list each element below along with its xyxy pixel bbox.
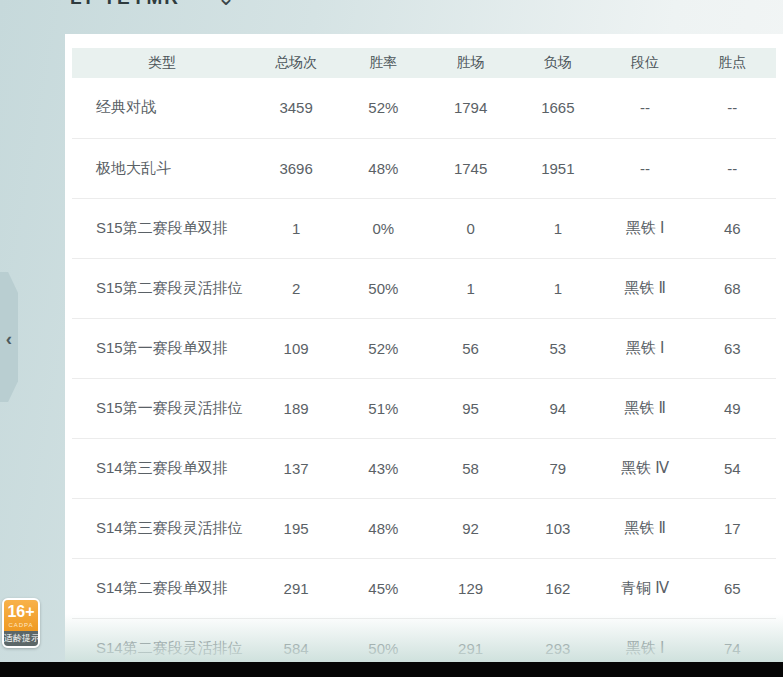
cell-wins: 92 <box>427 498 514 558</box>
cell-total: 137 <box>253 438 340 498</box>
table-row: S14第三赛段单双排13743%5879黑铁 Ⅳ54 <box>72 438 776 498</box>
cell-points: -- <box>689 138 776 198</box>
cell-type: S15第二赛段灵活排位 <box>72 258 253 318</box>
cell-tier: 黑铁 Ⅱ <box>601 258 688 318</box>
cell-points: 63 <box>689 318 776 378</box>
cell-winrate: 48% <box>340 498 427 558</box>
age-rating-org: CADPA <box>4 621 38 629</box>
cell-winrate: 51% <box>340 378 427 438</box>
cell-total: 3696 <box>253 138 340 198</box>
cell-points: 68 <box>689 258 776 318</box>
cell-wins: 58 <box>427 438 514 498</box>
bottom-black-bar <box>0 662 783 677</box>
cell-points: 46 <box>689 198 776 258</box>
table-row: 经典对战345952%17941665---- <box>72 78 776 138</box>
cell-winrate: 45% <box>340 558 427 618</box>
col-header-winrate: 胜率 <box>340 48 427 78</box>
cell-losses: 79 <box>514 438 601 498</box>
age-rating-label: 适龄提示 <box>4 631 38 646</box>
cell-total: 2 <box>253 258 340 318</box>
age-rating-badge[interactable]: 16+ CADPA 适龄提示 <box>2 598 40 648</box>
cell-losses: 103 <box>514 498 601 558</box>
col-header-wins: 胜场 <box>427 48 514 78</box>
col-header-total: 总场次 <box>253 48 340 78</box>
cell-type: 经典对战 <box>72 78 253 138</box>
cell-tier: 黑铁 Ⅳ <box>601 438 688 498</box>
cell-winrate: 48% <box>340 138 427 198</box>
stats-table-body: 经典对战345952%17941665----极地大乱斗369648%17451… <box>72 78 776 677</box>
dropdown-caret-icon[interactable]: ⌄ <box>210 0 242 13</box>
page-background: LY TEYMR ⌄ ‹ 类型 总场次 胜率 胜场 负场 段位 胜点 <box>0 0 783 677</box>
cell-losses: 162 <box>514 558 601 618</box>
cell-total: 109 <box>253 318 340 378</box>
cell-wins: 56 <box>427 318 514 378</box>
table-row: S15第一赛段灵活排位18951%9594黑铁 Ⅱ49 <box>72 378 776 438</box>
table-row: S15第二赛段单双排10%01黑铁 Ⅰ46 <box>72 198 776 258</box>
cell-losses: 1 <box>514 258 601 318</box>
cell-points: -- <box>689 78 776 138</box>
cell-losses: 1951 <box>514 138 601 198</box>
cell-wins: 1 <box>427 258 514 318</box>
cell-winrate: 0% <box>340 198 427 258</box>
cell-wins: 0 <box>427 198 514 258</box>
table-row: 极地大乱斗369648%17451951---- <box>72 138 776 198</box>
cell-total: 195 <box>253 498 340 558</box>
cell-points: 49 <box>689 378 776 438</box>
col-header-losses: 负场 <box>514 48 601 78</box>
table-row: S14第二赛段单双排29145%129162青铜 Ⅳ65 <box>72 558 776 618</box>
cell-type: S15第一赛段灵活排位 <box>72 378 253 438</box>
cell-losses: 53 <box>514 318 601 378</box>
cell-tier: 黑铁 Ⅰ <box>601 198 688 258</box>
cell-winrate: 50% <box>340 258 427 318</box>
stats-table: 类型 总场次 胜率 胜场 负场 段位 胜点 经典对战345952%1794166… <box>72 48 776 677</box>
cell-wins: 129 <box>427 558 514 618</box>
cell-points: 65 <box>689 558 776 618</box>
truncated-page-title-text: LY TEYMR <box>70 0 220 9</box>
col-header-tier: 段位 <box>601 48 688 78</box>
cell-wins: 1794 <box>427 78 514 138</box>
cell-type: S15第一赛段单双排 <box>72 318 253 378</box>
cell-type: S14第二赛段单双排 <box>72 558 253 618</box>
stats-card: 类型 总场次 胜率 胜场 负场 段位 胜点 经典对战345952%1794166… <box>65 34 783 662</box>
cell-total: 3459 <box>253 78 340 138</box>
cell-tier: -- <box>601 78 688 138</box>
cell-winrate: 52% <box>340 318 427 378</box>
col-header-type: 类型 <box>72 48 253 78</box>
cell-tier: 黑铁 Ⅱ <box>601 498 688 558</box>
cell-losses: 1665 <box>514 78 601 138</box>
cell-tier: -- <box>601 138 688 198</box>
cell-winrate: 52% <box>340 78 427 138</box>
table-row: S15第二赛段灵活排位250%11黑铁 Ⅱ68 <box>72 258 776 318</box>
collapse-panel-chevron-icon[interactable]: ‹ <box>0 326 18 352</box>
stats-table-header: 类型 总场次 胜率 胜场 负场 段位 胜点 <box>72 48 776 78</box>
cell-type: S14第三赛段单双排 <box>72 438 253 498</box>
cell-type: S14第三赛段灵活排位 <box>72 498 253 558</box>
col-header-points: 胜点 <box>689 48 776 78</box>
cell-losses: 1 <box>514 198 601 258</box>
cell-total: 291 <box>253 558 340 618</box>
cell-points: 54 <box>689 438 776 498</box>
cell-type: S15第二赛段单双排 <box>72 198 253 258</box>
age-rating-number: 16+ <box>4 603 38 621</box>
cell-points: 17 <box>689 498 776 558</box>
table-row: S15第一赛段单双排10952%5653黑铁 Ⅰ63 <box>72 318 776 378</box>
cell-wins: 1745 <box>427 138 514 198</box>
cell-tier: 青铜 Ⅳ <box>601 558 688 618</box>
cell-total: 1 <box>253 198 340 258</box>
truncated-page-title: LY TEYMR <box>70 0 220 15</box>
cell-losses: 94 <box>514 378 601 438</box>
header-row: 类型 总场次 胜率 胜场 负场 段位 胜点 <box>72 48 776 78</box>
cell-total: 189 <box>253 378 340 438</box>
cell-tier: 黑铁 Ⅰ <box>601 318 688 378</box>
cell-type: 极地大乱斗 <box>72 138 253 198</box>
cell-tier: 黑铁 Ⅱ <box>601 378 688 438</box>
age-rating-top: 16+ CADPA <box>4 600 38 631</box>
cell-winrate: 43% <box>340 438 427 498</box>
cell-wins: 95 <box>427 378 514 438</box>
table-row: S14第三赛段灵活排位19548%92103黑铁 Ⅱ17 <box>72 498 776 558</box>
